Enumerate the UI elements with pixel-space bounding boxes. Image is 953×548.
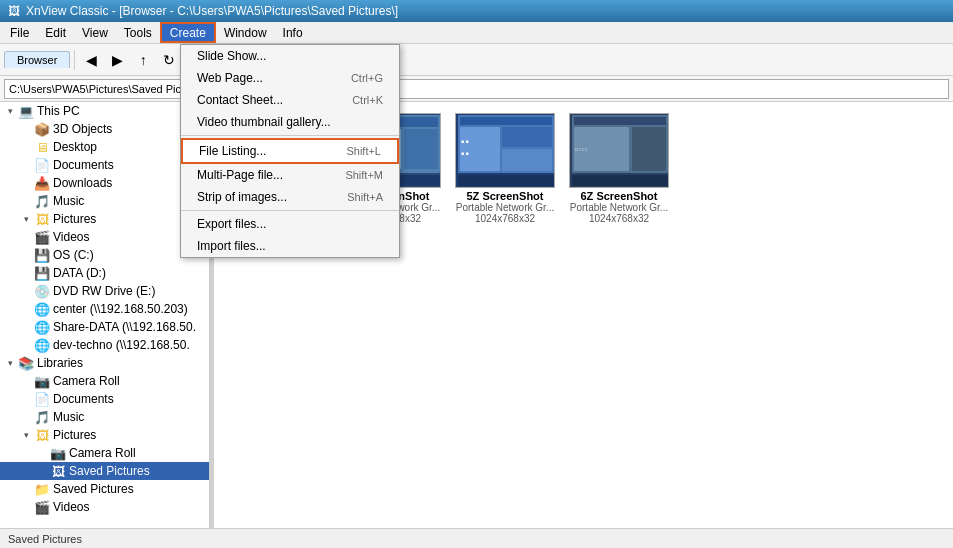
network-icon: 🌐 xyxy=(34,337,50,353)
tree-label-this-pc: This PC xyxy=(37,104,80,118)
expand-lib-pictures[interactable]: ▾ xyxy=(18,427,34,443)
title-bar: 🖼 XnView Classic - [Browser - C:\Users\P… xyxy=(0,0,953,22)
menu-create[interactable]: Create xyxy=(160,22,216,43)
menu-item-importfiles[interactable]: Import files... xyxy=(181,235,399,257)
folder-icon: 🖥 xyxy=(34,139,50,155)
btn-refresh[interactable]: ↻ xyxy=(157,48,181,72)
tree-center[interactable]: 🌐 center (\\192.168.50.203) xyxy=(0,300,209,318)
tree-lib-documents[interactable]: 📄 Documents xyxy=(0,390,209,408)
menu-item-videothumb[interactable]: Video thumbnail gallery... xyxy=(181,111,399,133)
tree-sharedata[interactable]: 🌐 Share-DATA (\\192.168.50. xyxy=(0,318,209,336)
menu-view[interactable]: View xyxy=(74,22,116,43)
expand-pictures[interactable]: ▾ xyxy=(18,211,34,227)
expand-lib-savedpictures xyxy=(34,463,50,479)
tree-label-3dobjects: 3D Objects xyxy=(53,122,112,136)
svg-rect-29 xyxy=(632,127,666,171)
menu-item-exportfiles[interactable]: Export files... xyxy=(181,213,399,235)
expand-lib-cameraroll2 xyxy=(34,445,50,461)
btn-forward[interactable]: ▶ xyxy=(105,48,129,72)
tree-downloads[interactable]: 📥 Downloads xyxy=(0,174,209,192)
tree-documents[interactable]: 📄 Documents xyxy=(0,156,209,174)
thumbnail-5z[interactable]: ■ ■ ■ ■ 5Z ScreenShot Portable Network G… xyxy=(450,110,560,227)
tree-devtechno[interactable]: 🌐 dev-techno (\\192.168.50. xyxy=(0,336,209,354)
expand-lib-cameraroll xyxy=(18,373,34,389)
tree-osc[interactable]: 💾 OS (C:) xyxy=(0,246,209,264)
expand-libraries[interactable]: ▾ xyxy=(2,355,18,371)
expand-lib-music xyxy=(18,409,34,425)
menu-item-stripimages[interactable]: Strip of images... Shift+A xyxy=(181,186,399,208)
contactsheet-shortcut: Ctrl+K xyxy=(352,94,383,106)
tree-label-lib-videos: Videos xyxy=(53,500,89,514)
folder-icon: 📄 xyxy=(34,157,50,173)
address-input[interactable] xyxy=(4,79,949,99)
svg-rect-12 xyxy=(404,129,438,169)
tree-videos[interactable]: 🎬 Videos xyxy=(0,228,209,246)
menu-item-filelisting[interactable]: File Listing... Shift+L xyxy=(181,138,399,164)
tree-desktop[interactable]: 🖥 Desktop xyxy=(0,138,209,156)
folder-icon: 📦 xyxy=(34,121,50,137)
expand-dvdrw xyxy=(18,283,34,299)
folder-icon: 🎵 xyxy=(34,193,50,209)
menu-tools[interactable]: Tools xyxy=(116,22,160,43)
folder-icon: 🖼 xyxy=(34,211,50,227)
menu-item-slideshow[interactable]: Slide Show... xyxy=(181,45,399,67)
thumbnail-sublabel-5z: Portable Network Gr... xyxy=(456,202,554,213)
menu-bar: File Edit View Tools Create Window Info xyxy=(0,22,953,44)
tree-label-videos: Videos xyxy=(53,230,89,244)
menu-info[interactable]: Info xyxy=(275,22,311,43)
tree-music[interactable]: 🎵 Music xyxy=(0,192,209,210)
tree-3dobjects[interactable]: 📦 3D Objects xyxy=(0,120,209,138)
menu-item-webpage[interactable]: Web Page... Ctrl+G xyxy=(181,67,399,89)
tree-label-lib-savedpictures: Saved Pictures xyxy=(69,464,150,478)
svg-text:■ ■: ■ ■ xyxy=(461,138,468,144)
browser-tab[interactable]: Browser xyxy=(4,51,70,68)
svg-text:■ ■: ■ ■ xyxy=(461,150,468,156)
tree-label-dvdrw: DVD RW Drive (E:) xyxy=(53,284,155,298)
tree-label-sharedata: Share-DATA (\\192.168.50. xyxy=(53,320,196,334)
tree-lib-cameraroll[interactable]: 📷 Camera Roll xyxy=(0,372,209,390)
camera-icon: 📷 xyxy=(50,445,66,461)
tree-libraries[interactable]: ▾ 📚 Libraries xyxy=(0,354,209,372)
expand-music xyxy=(18,193,34,209)
tree-lib-pictures[interactable]: ▾ 🖼 Pictures xyxy=(0,426,209,444)
folder-icon: 🖼 xyxy=(34,427,50,443)
thumbnail-sublabel2-6z: 1024x768x32 xyxy=(589,213,649,224)
tree-dvdrw[interactable]: 💿 DVD RW Drive (E:) xyxy=(0,282,209,300)
drive-icon: 💾 xyxy=(34,247,50,263)
tree-savedpictures[interactable]: 📁 Saved Pictures xyxy=(0,480,209,498)
disc-icon: 💿 xyxy=(34,283,50,299)
status-text: Saved Pictures xyxy=(8,533,82,545)
menu-file[interactable]: File xyxy=(2,22,37,43)
svg-rect-18 xyxy=(460,117,552,125)
menu-window[interactable]: Window xyxy=(216,22,275,43)
tree-lib-videos[interactable]: 🎬 Videos xyxy=(0,498,209,516)
tree-lib-music[interactable]: 🎵 Music xyxy=(0,408,209,426)
tree-pictures[interactable]: ▾ 🖼 Pictures xyxy=(0,210,209,228)
menu-item-contactsheet[interactable]: Contact Sheet... Ctrl+K xyxy=(181,89,399,111)
thumbnail-sublabel-6z: Portable Network Gr... xyxy=(570,202,668,213)
tree-lib-cameraroll2[interactable]: 📷 Camera Roll xyxy=(0,444,209,462)
tree-datad[interactable]: 💾 DATA (D:) xyxy=(0,264,209,282)
webpage-label: Web Page... xyxy=(197,71,263,85)
menu-item-multipage[interactable]: Multi-Page file... Shift+M xyxy=(181,164,399,186)
library-icon: 📚 xyxy=(18,355,34,371)
expand-this-pc[interactable]: ▾ xyxy=(2,103,18,119)
network-icon: 🌐 xyxy=(34,319,50,335)
tree-label-downloads: Downloads xyxy=(53,176,112,190)
expand-center xyxy=(18,301,34,317)
tree-this-pc[interactable]: ▾ 💻 This PC xyxy=(0,102,209,120)
expand-sharedata xyxy=(18,319,34,335)
tree-label-osc: OS (C:) xyxy=(53,248,94,262)
tree-lib-savedpictures[interactable]: 🖼 Saved Pictures xyxy=(0,462,209,480)
stripimages-label: Strip of images... xyxy=(197,190,287,204)
btn-back[interactable]: ◀ xyxy=(79,48,103,72)
tree-label-datad: DATA (D:) xyxy=(53,266,106,280)
expand-devtechno xyxy=(18,337,34,353)
expand-videos xyxy=(18,229,34,245)
tree-label-lib-cameraroll: Camera Roll xyxy=(53,374,120,388)
menu-edit[interactable]: Edit xyxy=(37,22,74,43)
expand-savedpictures xyxy=(18,481,34,497)
thumbnail-6z[interactable]: □ □ □ 6Z ScreenShot Portable Network Gr.… xyxy=(564,110,674,227)
create-dropdown-menu: Slide Show... Web Page... Ctrl+G Contact… xyxy=(180,44,400,258)
btn-up[interactable]: ↑ xyxy=(131,48,155,72)
